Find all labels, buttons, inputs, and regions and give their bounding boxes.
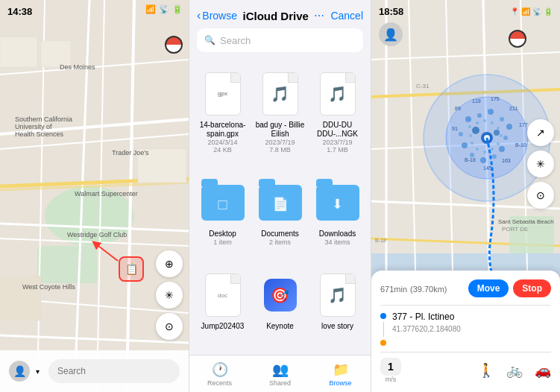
duration-value: 671min (380, 285, 407, 294)
move-button[interactable]: Move (468, 279, 509, 297)
svg-point-57 (500, 134, 503, 137)
svg-point-49 (472, 127, 479, 134)
right-map-controls: ↗ ✳ ⊙ (527, 119, 554, 209)
svg-point-59 (491, 148, 494, 151)
search-icon: 🔍 (204, 35, 215, 45)
file-item-jump[interactable]: doc Jump202403 (195, 267, 250, 349)
map-label-scu: Southern CaliforniaUniversity ofHealth S… (15, 116, 72, 138)
route-end-dot (380, 340, 386, 346)
pokeball-top[interactable] (165, 36, 183, 54)
browse-icon: 📁 (333, 361, 349, 378)
user-avatar[interactable]: 👤 (9, 361, 30, 382)
share-button[interactable]: ↗ (527, 119, 554, 146)
svg-text:B-18: B-18 (465, 157, 476, 162)
transport-mode-icons: 🚶 🚲 🚗 (478, 362, 551, 379)
file-name-jump: Jump202403 (201, 322, 245, 331)
route-start-dot (380, 313, 386, 319)
file-item-gpx[interactable]: gpx 14-barcelona-spain.gpx 2024/3/14 24 … (195, 66, 250, 171)
file-date-gpx: 2024/3/14 (207, 139, 237, 146)
car-icon[interactable]: 🚗 (535, 362, 551, 379)
file-icon-gpx: gpx (201, 70, 245, 118)
svg-point-53 (476, 121, 479, 124)
folder-shape-downloads: ⬇ (316, 185, 359, 221)
svg-text:145: 145 (483, 165, 492, 171)
file-item-downloads[interactable]: ⬇ Downloads 34 items (310, 174, 365, 264)
left-map-controls: ⊕ ✳ ⊙ (156, 250, 183, 340)
tab-recents-label: Recents (207, 379, 232, 387)
files-grid: gpx 14-barcelona-spain.gpx 2024/3/14 24 … (189, 60, 371, 355)
svg-text:119: 119 (472, 98, 481, 104)
location-button[interactable]: ⊙ (156, 313, 183, 340)
red-marker[interactable]: 📋 (119, 256, 144, 282)
folder-sub-downloads: 34 items (324, 238, 350, 246)
svg-point-39 (488, 109, 494, 115)
cancel-button[interactable]: Cancel (330, 10, 363, 22)
folder-shape-desktop: □ (201, 185, 245, 221)
file-item-ddu[interactable]: 🎵 DDU-DU DDU-...NGK 2023/7/19 1.7 MB (310, 66, 365, 171)
file-icon-billie: 🎵 (258, 70, 303, 118)
svg-point-45 (480, 157, 486, 163)
right-status-icons: 📍 📶 📡 🔋 (510, 6, 553, 17)
folder-icon-downloads: ⬇ (315, 179, 360, 227)
file-name-keynote: Keynote (266, 322, 294, 331)
svg-text:211: 211 (509, 106, 518, 111)
file-item-documents[interactable]: 📄 Documents 2 items (253, 174, 307, 264)
speed-display: 1 m/s (380, 358, 401, 383)
folder-sub-desktop: 1 item (213, 238, 232, 246)
folder-sub-documents: 2 items (269, 238, 291, 246)
back-label: Browse (202, 10, 237, 22)
file-size-billie: 7.8 MB (269, 146, 291, 154)
stop-button[interactable]: Stop (513, 279, 551, 297)
audio-doc-ddu: 🎵 (320, 72, 356, 116)
svg-point-42 (503, 136, 508, 140)
svg-point-51 (494, 130, 500, 136)
svg-text:91: 91 (452, 126, 458, 131)
layers-button[interactable]: ⊕ (156, 250, 183, 277)
top-icons: 📶 📡 🔋 (145, 4, 183, 14)
address-input[interactable] (48, 359, 180, 383)
right-battery-icon: 🔋 (544, 7, 553, 16)
wifi-icon: 📡 (159, 4, 169, 14)
file-item-desktop[interactable]: □ Desktop 1 item (195, 174, 250, 264)
right-map-panel: 91 89 119 175 211 177 B-10 163 145 B-18 … (371, 0, 560, 392)
nav-actions: ⋯ Cancel (314, 10, 363, 22)
status-bar-right: 18:58 📍 📶 📡 🔋 (371, 6, 560, 17)
nav-back-button[interactable]: ‹ Browse (197, 9, 237, 22)
nav-title: iCloud Drive (243, 10, 309, 22)
folder-shape-documents: 📄 (259, 185, 302, 221)
svg-text:C-31: C-31 (416, 83, 430, 89)
files-tab-bar: 🕐 Recents 👥 Shared 📁 Browse (189, 355, 371, 392)
folder-icon-desktop: □ (201, 179, 245, 227)
file-item-keynote[interactable]: 🎯 Keynote (253, 267, 307, 349)
svg-text:PORT DE: PORT DE (502, 226, 528, 233)
file-item-love-story[interactable]: 🎵 love story (310, 267, 365, 349)
route-coords-text: 41.377620,2.184080 (392, 325, 461, 333)
walk-icon[interactable]: 🚶 (478, 362, 494, 379)
right-avatar[interactable]: 👤 (379, 22, 403, 46)
tab-shared[interactable]: 👥 Shared (250, 361, 310, 387)
bike-icon[interactable]: 🚲 (506, 362, 523, 379)
compass-button[interactable]: ✳ (156, 282, 183, 309)
audio-wave-love: 🎵 (328, 286, 347, 304)
dropdown-arrow[interactable]: ▾ (36, 367, 40, 376)
svg-point-55 (491, 121, 494, 124)
svg-rect-17 (0, 37, 37, 67)
file-date-billie: 2023/7/19 (265, 139, 295, 146)
pokeball-right[interactable] (509, 30, 526, 48)
doc-shape-jump: doc (205, 274, 241, 317)
ar-button[interactable]: ✳ (527, 151, 554, 177)
svg-text:175: 175 (491, 96, 500, 101)
file-item-billie[interactable]: 🎵 bad guy - Billie Eilish 2023/7/19 7.8 … (253, 66, 307, 171)
tab-browse[interactable]: 📁 Browse (310, 361, 371, 387)
tab-recents[interactable]: 🕐 Recents (189, 361, 250, 387)
search-placeholder: Search (220, 35, 251, 46)
svg-point-44 (492, 154, 497, 159)
target-button[interactable]: ⊙ (527, 182, 554, 209)
folder-name-desktop: Desktop (209, 230, 236, 238)
svg-point-58 (497, 142, 500, 145)
svg-point-62 (471, 142, 474, 145)
distance-value: (39.70km) (410, 285, 447, 294)
tab-browse-label: Browse (329, 379, 351, 387)
svg-line-22 (95, 244, 118, 261)
more-button[interactable]: ⋯ (314, 10, 324, 22)
